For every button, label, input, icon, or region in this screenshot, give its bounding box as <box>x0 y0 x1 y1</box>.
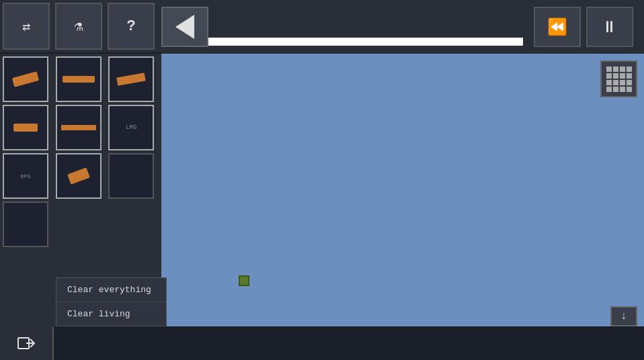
grid-icon <box>606 66 632 92</box>
weapon-pistol2-icon <box>67 167 90 184</box>
weapon-slot-3[interactable] <box>108 56 154 102</box>
pause-icon: ⏸ <box>602 17 618 37</box>
bottom-bar: ↓ <box>0 326 644 360</box>
bottom-right-indicator[interactable]: ↓ <box>610 306 637 326</box>
progress-area <box>161 0 523 54</box>
question-icon: ? <box>126 18 135 35</box>
rewind-button[interactable]: ⏪ <box>534 7 581 47</box>
swap-icon: ⇄ <box>22 18 30 35</box>
download-icon: ↓ <box>620 310 627 322</box>
weapon-slot-10[interactable] <box>3 201 48 247</box>
rewind-icon: ⏪ <box>547 17 567 37</box>
help-button[interactable]: ? <box>108 3 155 50</box>
weapon-slot-5[interactable] <box>56 105 102 150</box>
weapon-slot-4[interactable] <box>3 105 48 150</box>
exit-icon <box>17 334 36 353</box>
weapon-slot-1[interactable] <box>3 56 48 102</box>
game-area[interactable] <box>161 54 644 326</box>
top-toolbar: ⇄ ⚗ ? <box>0 0 161 54</box>
weapon-launcher-label: RPG <box>21 173 30 179</box>
weapon-shotgun-icon <box>117 73 146 85</box>
weapon-slot-2[interactable] <box>56 56 102 102</box>
swap-button[interactable]: ⇄ <box>3 3 50 50</box>
weapon-smg-icon <box>13 124 38 132</box>
weapon-rifle-icon <box>63 76 95 83</box>
back-button[interactable] <box>161 7 208 47</box>
clear-everything-button[interactable]: Clear everything <box>56 278 166 302</box>
pause-button[interactable]: ⏸ <box>586 7 633 47</box>
progress-bar-fill <box>175 38 523 46</box>
weapon-sniper-icon <box>61 125 96 130</box>
game-object <box>239 275 249 286</box>
weapon-slot-7[interactable]: RPG <box>3 153 48 199</box>
weapon-lmg-label: LMG <box>126 125 136 131</box>
weapon-slot-9[interactable] <box>108 153 154 199</box>
flask-button[interactable]: ⚗ <box>55 3 102 50</box>
context-menu: Clear everything Clear living <box>56 277 167 326</box>
weapon-slot-6[interactable]: LMG <box>108 105 154 150</box>
flask-icon: ⚗ <box>74 17 83 36</box>
progress-bar-background <box>175 38 523 46</box>
grid-toggle-button[interactable] <box>600 60 637 97</box>
weapon-pistol-icon <box>12 71 39 87</box>
play-left-icon <box>175 15 194 39</box>
top-right-controls: ⏪ ⏸ <box>523 0 644 54</box>
exit-button[interactable] <box>0 326 54 360</box>
clear-living-button[interactable]: Clear living <box>56 302 166 326</box>
weapon-slot-8[interactable] <box>56 153 102 199</box>
